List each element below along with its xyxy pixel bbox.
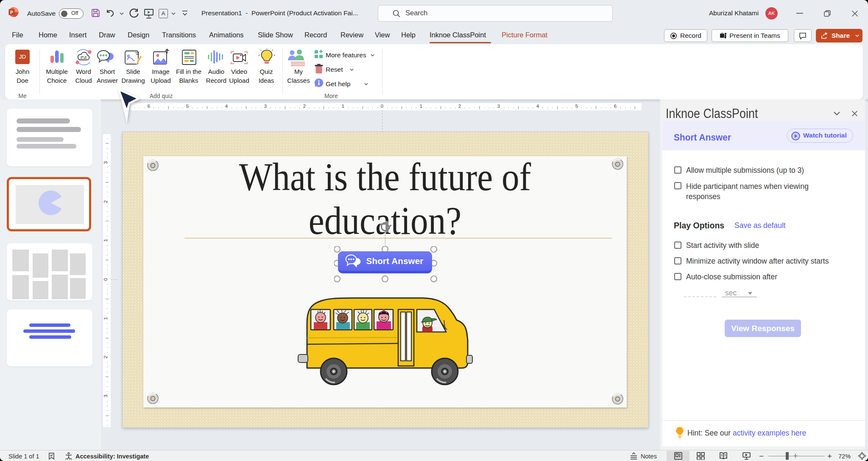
svg-text:P: P bbox=[10, 10, 13, 15]
